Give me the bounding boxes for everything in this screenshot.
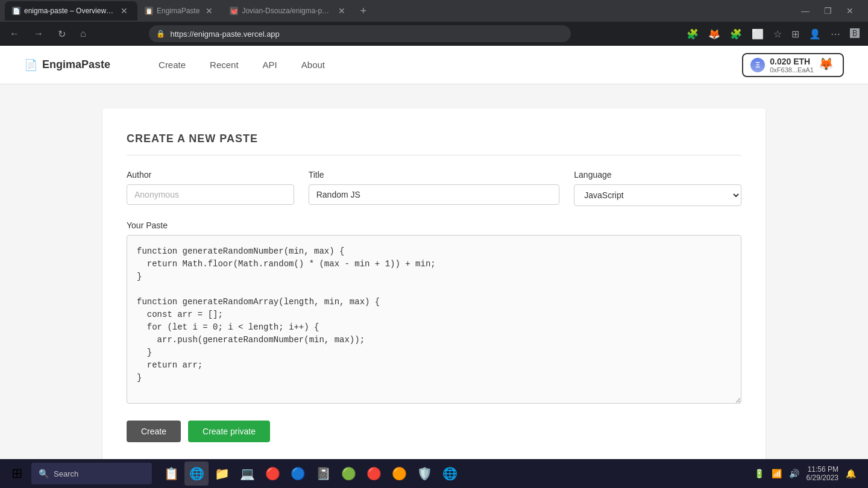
- eth-icon: Ξ: [750, 58, 765, 72]
- collections-icon[interactable]: ⊞: [788, 26, 803, 42]
- author-input[interactable]: [127, 184, 294, 205]
- paste-textarea[interactable]: [127, 235, 741, 404]
- tab-icon-3: 🐙: [230, 7, 238, 15]
- wallet-address: 0xF638...EaA1: [770, 66, 814, 74]
- nav-api[interactable]: API: [263, 60, 277, 70]
- window-controls: — ❐ ✕: [796, 4, 863, 18]
- sidebar-icon[interactable]: ⬜: [748, 26, 767, 42]
- form-row-fields: Author Title Language JavaScript Python …: [127, 170, 741, 206]
- maximize-button[interactable]: ❐: [819, 4, 837, 18]
- address-bar-row: ← → ↻ ⌂ 🔒 https://enigma-paste.vercel.ap…: [0, 22, 868, 46]
- title-label: Title: [309, 170, 560, 180]
- tab-icon-2: 📋: [145, 7, 153, 15]
- taskbar-app-vscode[interactable]: 🔵: [286, 461, 310, 486]
- refresh-button[interactable]: ↻: [53, 26, 71, 42]
- nav-create[interactable]: Create: [159, 60, 186, 70]
- tab-title-1: enigma-paste – Overview - Verc…: [24, 7, 115, 15]
- brand-icon: 📄: [24, 58, 37, 72]
- browser-chrome: 📄 enigma-paste – Overview - Verc… ✕ 📋 En…: [0, 0, 868, 46]
- taskbar-app-red1[interactable]: 🔴: [260, 461, 285, 486]
- profile-icon[interactable]: 👤: [805, 26, 825, 42]
- wallet-button[interactable]: Ξ 0.020 ETH 0xF638...EaA1 🦊: [742, 53, 844, 77]
- browser-tab-3[interactable]: 🐙 Jovian-Dsouza/enigma-paste: D… ✕: [222, 1, 355, 20]
- main-content: CREATE A NEW PASTE Author Title Language: [0, 84, 868, 488]
- taskbar-apps: 📋 🌐 📁 💻 🔴 🔵 📓 🟢 🔴 🟠 🛡️ 🌐: [159, 461, 462, 486]
- author-label: Author: [127, 170, 294, 180]
- taskbar-app-chrome[interactable]: 🌐: [438, 461, 462, 486]
- search-text: Search: [54, 469, 78, 478]
- tab-bar: 📄 enigma-paste – Overview - Verc… ✕ 📋 En…: [0, 0, 868, 22]
- taskbar-time-display: 11:56 PM: [807, 465, 838, 474]
- tab-icon-1: 📄: [12, 7, 20, 15]
- taskbar-app-explorer[interactable]: 📁: [210, 461, 234, 486]
- tab-close-2[interactable]: ✕: [203, 5, 215, 17]
- toolbar-icons: 🧩 🦊 🧩 ⬜ ☆ ⊞ 👤 ⋯ 🅱: [683, 26, 863, 42]
- forward-button[interactable]: →: [29, 26, 48, 42]
- wallet-info: 0.020 ETH 0xF638...EaA1: [770, 57, 814, 74]
- title-group: Title: [309, 170, 560, 206]
- back-button[interactable]: ←: [5, 26, 24, 42]
- author-group: Author: [127, 170, 294, 206]
- taskbar-app-edge[interactable]: 🌐: [184, 461, 209, 486]
- copilot-icon[interactable]: 🅱: [846, 26, 863, 42]
- taskbar-app-brave[interactable]: 🛡️: [412, 461, 436, 486]
- star-icon[interactable]: ☆: [770, 26, 785, 42]
- home-button[interactable]: ⌂: [75, 26, 91, 42]
- navbar-links: Create Recent API About: [159, 60, 325, 70]
- wallet-balance: 0.020 ETH: [770, 57, 814, 66]
- paste-section: Your Paste: [127, 221, 741, 406]
- menu-icon[interactable]: ⋯: [827, 26, 844, 42]
- taskbar-right: 🔋 📶 🔊 11:56 PM 6/29/2023 🔔: [752, 465, 863, 482]
- extensions-icon[interactable]: 🧩: [683, 26, 702, 42]
- taskbar-date-display: 6/29/2023: [807, 474, 838, 482]
- create-button[interactable]: Create: [127, 421, 181, 442]
- volume-icon: 🔊: [787, 466, 802, 481]
- address-url: https://enigma-paste.vercel.app: [170, 30, 564, 39]
- new-tab-button[interactable]: +: [355, 2, 371, 20]
- windows-icon: ⊞: [11, 466, 22, 481]
- tab-close-1[interactable]: ✕: [118, 5, 130, 17]
- taskbar-clock: 11:56 PM 6/29/2023: [807, 465, 838, 482]
- taskbar-app-spotify[interactable]: 🟢: [336, 461, 360, 486]
- brand-name: EngimaPaste: [42, 58, 110, 71]
- brand[interactable]: 📄 EngimaPaste: [24, 58, 110, 72]
- battery-icon: 🔋: [752, 466, 767, 481]
- language-select[interactable]: JavaScript Python TypeScript HTML CSS Ja…: [574, 184, 741, 206]
- taskbar-search[interactable]: 🔍 Search: [31, 463, 152, 484]
- address-bar[interactable]: 🔒 https://enigma-paste.vercel.app: [149, 25, 571, 42]
- app: 📄 EngimaPaste Create Recent API About Ξ …: [0, 46, 868, 488]
- minimize-button[interactable]: —: [796, 4, 814, 18]
- taskbar-system-icons: 🔋 📶 🔊: [752, 466, 802, 481]
- lock-icon: 🔒: [156, 30, 165, 38]
- navbar: 📄 EngimaPaste Create Recent API About Ξ …: [0, 46, 868, 84]
- tab-title-2: EngimaPaste: [157, 7, 200, 15]
- puzzle-icon[interactable]: 🧩: [726, 26, 746, 42]
- taskbar-app-notion[interactable]: 📓: [311, 461, 335, 486]
- taskbar-app-terminal[interactable]: 💻: [235, 461, 259, 486]
- taskbar-app-orange[interactable]: 🟠: [387, 461, 411, 486]
- nav-recent[interactable]: Recent: [210, 60, 239, 70]
- taskbar-app-store[interactable]: 📋: [159, 461, 183, 486]
- browser-tab-1[interactable]: 📄 enigma-paste – Overview - Verc… ✕: [5, 1, 137, 20]
- button-row: Create Create private: [127, 421, 741, 442]
- language-group: Language JavaScript Python TypeScript HT…: [574, 170, 741, 206]
- start-button[interactable]: ⊞: [5, 461, 29, 486]
- wifi-icon: 📶: [769, 466, 784, 481]
- metamask-icon: 🦊: [819, 57, 835, 74]
- taskbar-app-red2[interactable]: 🔴: [362, 461, 386, 486]
- browser-tab-2[interactable]: 📋 EngimaPaste ✕: [137, 1, 222, 20]
- taskbar: ⊞ 🔍 Search 📋 🌐 📁 💻 🔴 🔵 📓 🟢 🔴 🟠 🛡️ 🌐 🔋 📶 …: [0, 459, 868, 488]
- tab-title-3: Jovian-Dsouza/enigma-paste: D…: [242, 7, 332, 15]
- close-button[interactable]: ✕: [841, 4, 858, 18]
- create-private-button[interactable]: Create private: [188, 421, 270, 442]
- tab-close-3[interactable]: ✕: [336, 5, 348, 17]
- nav-about[interactable]: About: [301, 60, 325, 70]
- page-title: CREATE A NEW PASTE: [127, 133, 741, 155]
- notification-icon[interactable]: 🔔: [843, 466, 858, 481]
- paste-label: Your Paste: [127, 221, 741, 230]
- language-label: Language: [574, 170, 741, 180]
- title-input[interactable]: [309, 184, 560, 205]
- create-card: CREATE A NEW PASTE Author Title Language: [102, 108, 766, 466]
- search-icon: 🔍: [39, 469, 49, 478]
- metamask-toolbar-icon[interactable]: 🦊: [705, 26, 724, 42]
